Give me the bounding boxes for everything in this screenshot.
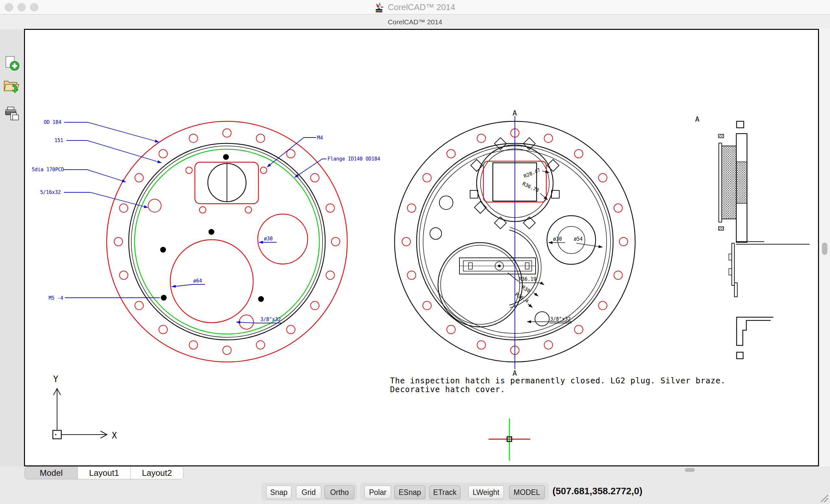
ortho-toggle[interactable]: Ortho — [324, 485, 354, 499]
dim-thread-right[interactable]: 3/8"x32 — [550, 316, 571, 322]
new-drawing-icon — [4, 56, 20, 71]
horizontal-scrollbar-thumb[interactable] — [685, 468, 695, 472]
ucs-x-label: X — [112, 431, 117, 440]
coordinates-readout: (507.681,358.2772,0) — [552, 486, 642, 497]
latch-mechanism — [459, 258, 536, 274]
dim-dia54[interactable]: ø54 — [574, 236, 583, 242]
ucs-y-label: Y — [53, 374, 58, 384]
tab-layout1[interactable]: Layout1 — [78, 467, 131, 479]
dim-m5[interactable]: M5 -4 — [49, 295, 63, 301]
document-titlebar: CorelCAD™ 2014 — [0, 14, 830, 29]
dim-thread-left[interactable]: 3/8"x32 — [260, 317, 281, 322]
note-line-2: Decorative hatch cover. — [390, 385, 505, 394]
dim-r3619[interactable]: R36.19 — [519, 276, 536, 282]
ucs-icon: Y X — [53, 374, 117, 440]
section-view-label: A — [695, 115, 699, 123]
right-flange-view[interactable] — [394, 116, 635, 369]
dim-m4[interactable]: M4 — [317, 135, 323, 141]
print-button[interactable] — [3, 104, 22, 123]
dim-dia64[interactable]: ø64 — [193, 278, 202, 284]
polar-toggle[interactable]: Polar — [364, 485, 391, 499]
dim-pcd[interactable]: 5dia 170PCD — [32, 167, 64, 172]
snap-toggle[interactable]: Snap — [266, 485, 291, 499]
resize-grip-icon[interactable] — [820, 489, 829, 503]
dwg-file-icon: DWG — [375, 2, 385, 12]
note-line-1: The inspection hatch is permanently clos… — [390, 376, 726, 385]
crosshair-cursor — [488, 418, 530, 461]
left-toolbar — [0, 29, 24, 466]
open-drawing-button[interactable] — [3, 76, 22, 95]
document-title: CorelCAD™ 2014 — [388, 18, 442, 26]
left-flange-annotations[interactable]: OD 184 151 5dia 170PCD 5/16x32 M5 -4 M4 … — [32, 119, 380, 323]
footer: Model Layout1 Layout2 Snap Grid Ortho Po… — [0, 466, 830, 504]
vertical-scrollbar[interactable] — [819, 29, 830, 466]
dim-r2847[interactable]: R28.47 — [523, 167, 541, 179]
new-drawing-button[interactable] — [3, 55, 22, 73]
dim-flange[interactable]: Flange ID140 OD184 — [327, 156, 380, 162]
dim-tap[interactable]: 5/16x32 — [40, 189, 61, 195]
dim-dia30-right[interactable]: ø30 — [553, 236, 562, 242]
tab-model[interactable]: Model — [25, 467, 78, 479]
dim-151[interactable]: 151 — [55, 137, 63, 144]
section-view[interactable]: A — [695, 115, 809, 359]
dim-od184[interactable]: OD 184 — [44, 119, 61, 125]
etrack-toggle[interactable]: ETrack — [429, 485, 460, 499]
layout-tabbar: Model Layout1 Layout2 — [25, 466, 184, 479]
section-marker-top: A — [513, 109, 517, 117]
grid-toggle[interactable]: Grid — [296, 485, 321, 499]
dim-dia30-left[interactable]: ø30 — [264, 236, 273, 242]
titlebar: DWG CorelCAD™ 2014 — [0, 0, 830, 14]
drilled-hole-dots — [160, 154, 264, 302]
drawing-canvas[interactable]: OD 184 151 5dia 170PCD 5/16x32 M5 -4 M4 … — [24, 29, 819, 466]
tab-layout2[interactable]: Layout2 — [131, 467, 183, 479]
esnap-toggle[interactable]: ESnap — [394, 485, 425, 499]
lweight-toggle[interactable]: LWeight — [468, 485, 504, 499]
open-drawing-icon — [3, 78, 21, 93]
dim-r3678[interactable]: R36.78 — [521, 181, 540, 193]
model-toggle[interactable]: MODEL — [509, 485, 545, 499]
vertical-scrollbar-thumb[interactable] — [822, 243, 827, 255]
drawing-note[interactable]: The inspection hatch is permanently clos… — [390, 376, 726, 394]
svg-text:DWG: DWG — [376, 9, 382, 12]
print-icon — [4, 106, 20, 121]
window-title: CorelCAD™ 2014 — [388, 2, 455, 12]
